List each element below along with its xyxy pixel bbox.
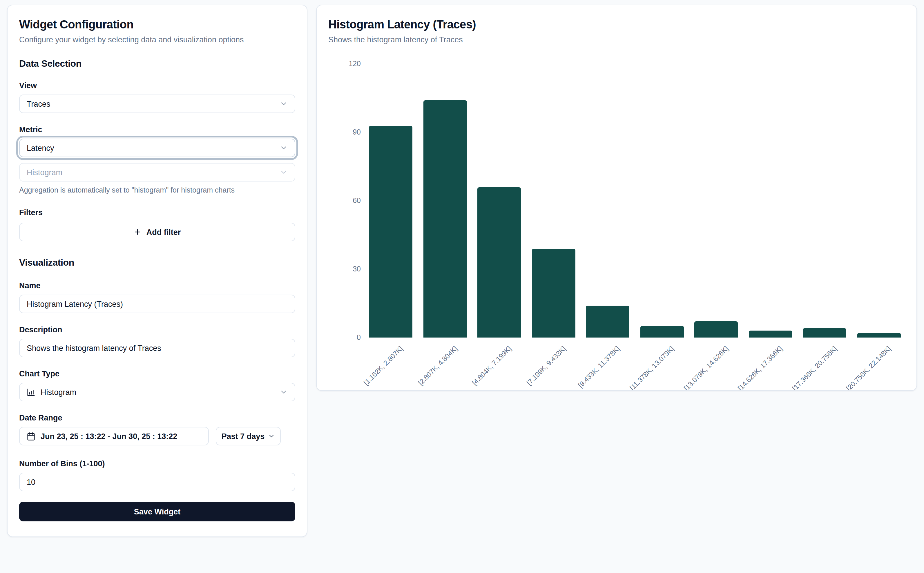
x-tick-label: [11.378K, 13.079K] [628,344,676,391]
histogram-bar [857,333,901,338]
name-input[interactable] [19,294,295,313]
name-label: Name [19,281,295,290]
date-preset-select[interactable]: Past 7 days [216,427,281,445]
add-filter-button[interactable]: Add filter [19,223,295,241]
aggregation-select-value: Histogram [27,168,63,177]
app-window: New Widget Widget Configuration Configur… [0,0,924,573]
chevron-down-icon [280,388,288,396]
view-select-value: Traces [27,99,50,108]
save-widget-button[interactable]: Save Widget [19,502,295,521]
chevron-down-icon [280,168,288,176]
metric-label: Metric [19,125,295,134]
data-selection-heading: Data Selection [19,59,295,69]
x-tick-label: [7.199K, 9.433K] [525,344,567,387]
widget-configuration-panel: Widget Configuration Configure your widg… [7,5,307,537]
filters-label: Filters [19,208,295,217]
y-tick-label: 60 [317,196,361,205]
chart-type-field: Chart Type Histogram [19,369,295,401]
chart-title: Histogram Latency (Traces) [328,17,905,32]
histogram-bar [532,249,575,338]
add-filter-label: Add filter [146,228,181,236]
x-tick-label: [14.626K, 17.366K] [736,344,784,391]
view-label: View [19,81,295,90]
panel-subtitle: Configure your widget by selecting data … [19,35,295,45]
chevron-down-icon [268,433,275,440]
description-input[interactable] [19,339,295,357]
x-tick-label: [4.804K, 7.199K] [471,344,513,387]
chevron-down-icon [280,144,288,152]
metric-field: Metric Latency Histogram Aggregation is [19,125,295,194]
histogram-bar [369,125,412,338]
histogram-bar [803,329,846,338]
histogram-bar [586,306,630,338]
y-tick-label: 90 [317,128,361,137]
bins-label: Number of Bins (1-100) [19,459,295,468]
date-preset-value: Past 7 days [222,432,265,440]
x-tick-label: [2.807K, 4.804K] [417,344,459,387]
chart-type-select[interactable]: Histogram [19,383,295,401]
histogram-bar [749,330,792,338]
x-tick-label: [13.079K, 14.626K] [682,344,730,391]
chart-preview-panel: Histogram Latency (Traces) Shows the his… [316,5,917,391]
aggregation-select: Histogram [19,163,295,182]
aggregation-help-text: Aggregation is automatically set to "his… [19,186,295,194]
histogram-bar [640,326,684,338]
x-tick-label: [9.433K, 11.378K] [576,344,621,389]
metric-select[interactable]: Latency [19,139,295,157]
x-tick-label: [17.366K, 20.756K] [791,344,838,391]
bins-input[interactable] [19,473,295,491]
chart-subtitle: Shows the histogram latency of Traces [328,35,905,45]
y-tick-label: 120 [317,59,361,69]
description-field: Description [19,326,295,357]
x-tick-label: [1.162K, 2.807K] [362,344,404,387]
view-field: View Traces [19,81,295,113]
calendar-icon [27,432,35,440]
metric-select-value: Latency [27,144,54,152]
date-range-value: Jun 23, 25 : 13:22 - Jun 30, 25 : 13:22 [41,432,177,440]
filters-field: Filters Add filter [19,208,295,241]
description-label: Description [19,326,295,334]
histogram-chart-icon [27,388,35,396]
histogram-bar [694,322,738,338]
date-range-field: Date Range Jun 23, 25 : 13:22 - Jun 30, … [19,413,295,445]
chart-type-label: Chart Type [19,369,295,378]
y-tick-label: 30 [317,265,361,274]
chevron-down-icon [280,100,288,108]
view-select[interactable]: Traces [19,94,295,113]
x-tick-label: [20.756K, 22.148K] [845,344,893,391]
y-tick-label: 0 [317,333,361,342]
bins-field: Number of Bins (1-100) [19,459,295,491]
name-field: Name [19,281,295,313]
date-range-button[interactable]: Jun 23, 25 : 13:22 - Jun 30, 25 : 13:22 [19,427,209,445]
histogram-bar [423,101,467,338]
plus-icon [134,228,142,236]
panel-title: Widget Configuration [19,17,295,32]
chart-type-select-value: Histogram [41,388,76,396]
visualization-heading: Visualization [19,257,295,268]
date-range-label: Date Range [19,413,295,422]
histogram-bar [478,187,521,338]
